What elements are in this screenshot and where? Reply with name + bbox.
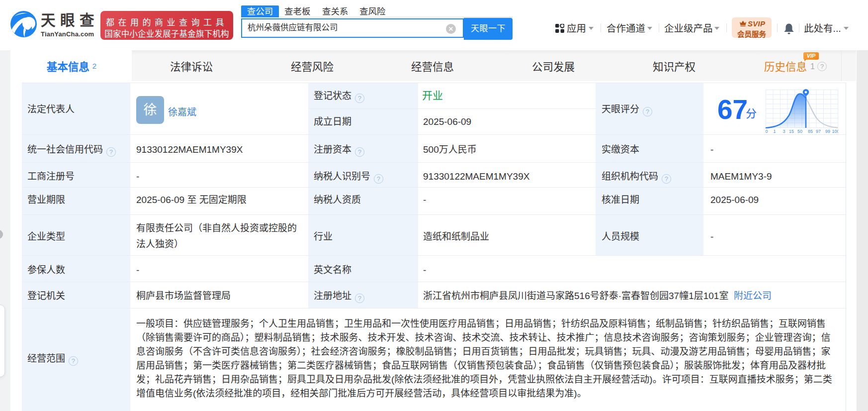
svg-text:85: 85	[808, 129, 813, 133]
svg-text:15: 15	[789, 129, 794, 133]
svg-text:3: 3	[782, 129, 785, 133]
svg-text:99: 99	[825, 129, 830, 133]
svg-text:100: 100	[832, 129, 838, 133]
svg-text:97: 97	[816, 129, 821, 133]
svg-text:0: 0	[766, 129, 768, 133]
svg-text:1: 1	[773, 129, 776, 133]
svg-text:50: 50	[797, 129, 802, 133]
